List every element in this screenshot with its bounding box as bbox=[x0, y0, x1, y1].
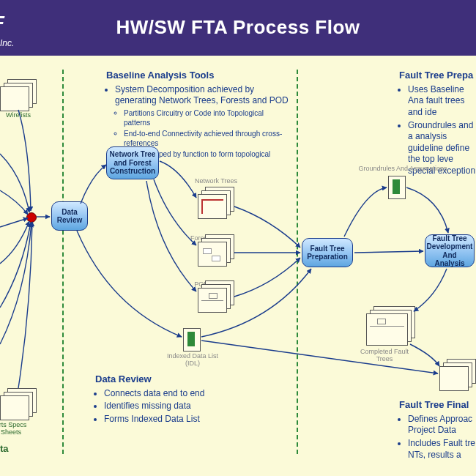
slide: F HW/SW FTA Process Flow Inc. Baseline A… bbox=[0, 0, 476, 476]
bullet: Identifies missing data bbox=[104, 401, 242, 412]
slide-title: HW/SW FTA Process Flow bbox=[0, 3, 476, 39]
proc-fault-tree-preparation: Fault Tree Preparation bbox=[302, 238, 353, 267]
doc-forests bbox=[198, 234, 233, 265]
doc-idl bbox=[183, 328, 201, 352]
doc-pod bbox=[198, 280, 233, 311]
proc-data-review: Data Review bbox=[51, 201, 88, 231]
heading-ft-final: Fault Tree Final bbox=[399, 399, 476, 412]
label-groundrules: Groundrules And Assumptions bbox=[352, 165, 454, 172]
section-data-review: Data Review Connects data end to end Ide… bbox=[95, 373, 242, 427]
bullet: Uses Baseline Ana fault trees and ide bbox=[408, 84, 476, 119]
doc-final-report bbox=[439, 359, 475, 390]
heading-ft-prep: Fault Tree Prepa bbox=[399, 70, 476, 82]
title-band: F HW/SW FTA Process Flow Inc. bbox=[0, 3, 476, 56]
doc-groundrules bbox=[388, 176, 406, 199]
bullet: Defines Approac Project Data bbox=[408, 414, 476, 436]
convergence-node bbox=[26, 212, 37, 223]
label-network-trees: Network Trees bbox=[187, 177, 245, 185]
doc-completed-fault-trees bbox=[366, 306, 417, 346]
label-wirelists: Wirelists bbox=[0, 111, 48, 119]
doc-wirelists bbox=[0, 79, 35, 110]
section-ft-finalization: Fault Tree Final Defines Approac Project… bbox=[399, 399, 476, 462]
sub-bullet: Partitions Circuitry or Code into Topolo… bbox=[124, 108, 289, 127]
bullet: Connects data end to end bbox=[104, 388, 242, 400]
phase-separator-1 bbox=[62, 70, 64, 454]
proc-network-tree-forest: Network Tree and Forest Construction bbox=[106, 146, 159, 179]
proc-fault-tree-development: Fault Tree Development And Analysis bbox=[425, 234, 475, 267]
sub-bullet: End-to-end Connectivity achieved through… bbox=[124, 129, 289, 148]
bullet: Includes Fault tre NTs, results a bbox=[408, 438, 476, 461]
logo-mark: F bbox=[0, 12, 4, 34]
phase-separator-2 bbox=[297, 70, 298, 454]
bullet: Forms Indexed Data List bbox=[104, 414, 242, 425]
heading-data-review: Data Review bbox=[95, 373, 242, 386]
doc-network-trees bbox=[198, 187, 233, 217]
label-parts-specs: arts Specs Sheets bbox=[0, 421, 37, 436]
label-completed-ft: Completed Fault Trees bbox=[355, 348, 414, 362]
section-ft-preparation: Fault Tree Prepa Uses Baseline Ana fault… bbox=[399, 70, 476, 179]
bullet: System Decomposition achieved by generat… bbox=[115, 84, 289, 107]
doc-parts-specs bbox=[0, 388, 35, 419]
label-idl: Indexed Data List (IDL) bbox=[163, 353, 222, 368]
company-name-suffix: Inc. bbox=[0, 38, 14, 48]
heading-baseline: Baseline Analysis Tools bbox=[106, 70, 289, 82]
footer-data-label: ta bbox=[0, 443, 9, 454]
